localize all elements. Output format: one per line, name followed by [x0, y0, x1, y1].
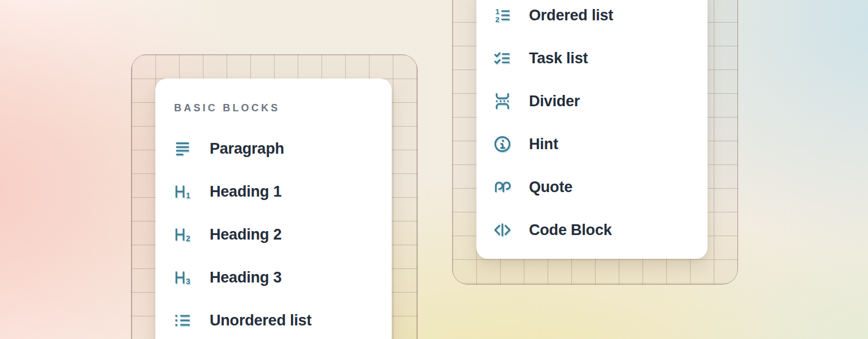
menu-item-quote[interactable]: Quote: [476, 166, 708, 208]
menu-item-heading-1[interactable]: 1 Heading 1: [155, 170, 392, 213]
menu-item-heading-2[interactable]: 2 Heading 2: [155, 213, 392, 256]
menu-item-divider[interactable]: Divider: [476, 80, 708, 123]
menu-item-label: Hint: [529, 136, 558, 153]
hint-icon: [493, 134, 512, 154]
menu-item-hint[interactable]: Hint: [476, 123, 708, 166]
blocks-menu-continued: 1 2 Ordered list Task list: [476, 0, 708, 259]
menu-item-label: Heading 3: [210, 269, 281, 286]
menu-item-label: Quote: [529, 179, 572, 196]
svg-text:2: 2: [186, 234, 190, 243]
ordered-list-icon: 1 2: [493, 6, 512, 25]
menu-item-heading-3[interactable]: 3 Heading 3: [155, 256, 392, 299]
menu-item-ordered-list[interactable]: 1 2 Ordered list: [476, 0, 708, 37]
gradient-background: BASIC BLOCKS Paragraph 1 Heading 1: [0, 0, 868, 339]
heading-2-icon: 2: [173, 225, 192, 244]
menu-item-unordered-list[interactable]: Unordered list: [155, 299, 392, 339]
code-block-icon: [493, 220, 512, 240]
divider-icon: [493, 92, 512, 111]
task-list-icon: [493, 49, 512, 68]
menu-item-paragraph[interactable]: Paragraph: [155, 127, 392, 170]
paragraph-icon: [173, 139, 192, 158]
svg-text:1: 1: [496, 7, 500, 16]
svg-text:1: 1: [186, 191, 190, 200]
heading-3-icon: 3: [173, 268, 192, 287]
menu-item-label: Ordered list: [529, 7, 613, 24]
menu-item-label: Task list: [529, 50, 588, 67]
basic-blocks-menu: BASIC BLOCKS Paragraph 1 Heading 1: [155, 79, 392, 339]
section-label: BASIC BLOCKS: [174, 101, 373, 115]
unordered-list-icon: [173, 311, 192, 330]
quote-icon: [493, 177, 512, 197]
menu-item-label: Paragraph: [210, 140, 284, 158]
menu-item-code-block[interactable]: Code Block: [476, 208, 708, 251]
menu-item-label: Heading 2: [210, 226, 281, 244]
svg-text:2: 2: [496, 15, 500, 24]
menu-item-label: Code Block: [529, 221, 612, 239]
menu-item-label: Divider: [529, 93, 580, 110]
menu-item-label: Unordered list: [210, 312, 311, 329]
svg-text:3: 3: [186, 277, 190, 286]
menu-item-label: Heading 1: [210, 183, 281, 201]
menu-item-task-list[interactable]: Task list: [476, 37, 708, 80]
heading-1-icon: 1: [173, 182, 192, 201]
